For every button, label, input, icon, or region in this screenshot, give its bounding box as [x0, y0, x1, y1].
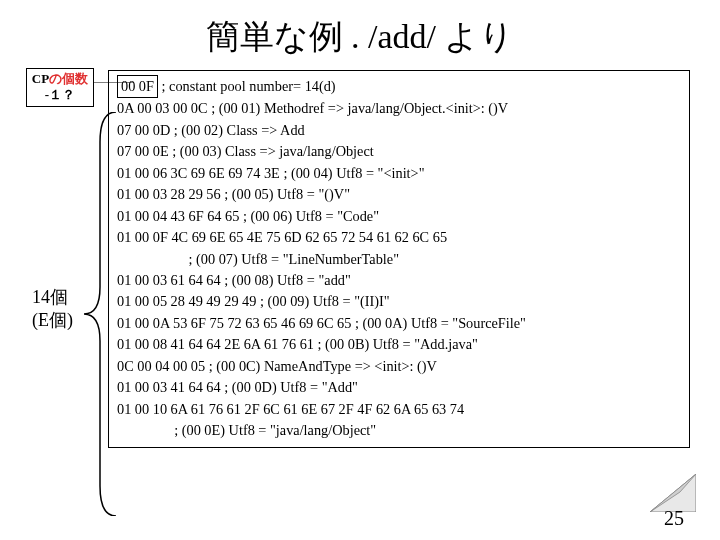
line: 07 00 0E ; (00 03) Class => java/lang/Ob…	[117, 141, 681, 162]
brace-line1: 14個	[32, 287, 68, 307]
first-line-tail: ; constant pool number= 14(d)	[162, 78, 336, 94]
constant-pool-bytes: 00 0F	[117, 75, 158, 98]
line: 07 00 0D ; (00 02) Class => Add	[117, 120, 681, 141]
cp-label-highlight: の個数	[49, 71, 88, 86]
cp-label-pre: CP	[32, 71, 49, 86]
line: 01 00 05 28 49 49 29 49 ; (00 09) Utf8 =…	[117, 291, 681, 312]
page-number: 25	[664, 507, 684, 530]
line: ; (00 07) Utf8 = "LineNumberTable"	[117, 249, 681, 270]
line: 01 00 06 3C 69 6E 69 74 3E ; (00 04) Utf…	[117, 163, 681, 184]
line: 01 00 04 43 6F 64 65 ; (00 06) Utf8 = "C…	[117, 206, 681, 227]
line: 01 00 03 28 29 56 ; (00 05) Utf8 = "()V"	[117, 184, 681, 205]
line: 01 00 10 6A 61 76 61 2F 6C 61 6E 67 2F 4…	[117, 399, 681, 420]
line: 01 00 0A 53 6F 75 72 63 65 46 69 6C 65 ;…	[117, 313, 681, 334]
line: 0C 00 04 00 05 ; (00 0C) NameAndType => …	[117, 356, 681, 377]
line: 01 00 03 41 64 64 ; (00 0D) Utf8 = "Add"	[117, 377, 681, 398]
line: 01 00 08 41 64 64 2E 6A 61 76 61 ; (00 0…	[117, 334, 681, 355]
first-line: 00 0F ; constant pool number= 14(d)	[117, 75, 681, 98]
line: 01 00 03 61 64 64 ; (00 08) Utf8 = "add"	[117, 270, 681, 291]
brace-line2: (E個)	[32, 310, 73, 330]
cp-label-line2: -１？	[45, 87, 75, 102]
brace-count-label: 14個 (E個)	[32, 286, 73, 333]
hex-dump-box: 00 0F ; constant pool number= 14(d) 0A 0…	[108, 70, 690, 448]
cp-count-callout: CPの個数 -１？	[26, 68, 94, 107]
line: 01 00 0F 4C 69 6E 65 4E 75 6D 62 65 72 5…	[117, 227, 681, 248]
line: 0A 00 03 00 0C ; (00 01) Methodref => ja…	[117, 98, 681, 119]
line: ; (00 0E) Utf8 = "java/lang/Object"	[117, 420, 681, 441]
slide-title: 簡単な例 . /add/ より	[30, 14, 690, 60]
